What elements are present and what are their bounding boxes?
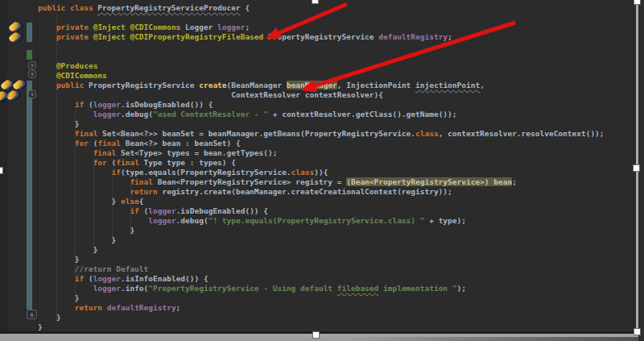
- code-token: PropertyRegistryServiceProducer: [97, 3, 240, 12]
- code-line: for (final Type type : types) {: [38, 158, 605, 168]
- selection-handle-left-middle[interactable]: [0, 167, 3, 174]
- code-token: class: [291, 168, 315, 177]
- code-token: }: [38, 293, 79, 302]
- code-token: {: [139, 197, 144, 206]
- code-line: ContextResolver contextResolver){: [38, 90, 605, 100]
- code-token: [38, 129, 75, 138]
- code-token: ;: [245, 23, 250, 31]
- code-token: [38, 81, 56, 89]
- code-token: Bean<PropertyRegistryService> registry =: [158, 177, 347, 186]
- code-line: [38, 13, 605, 23]
- code-token: [38, 216, 148, 225]
- code-token: return: [75, 303, 107, 312]
- code-token: [38, 61, 56, 70]
- selection-handle-top-center[interactable]: [312, 0, 319, 4]
- code-token: Logger: [185, 23, 217, 31]
- code-token: implementation ": [378, 284, 456, 293]
- code-line: @CDICommons: [38, 71, 605, 81]
- code-token: }: [38, 119, 79, 128]
- code-token: logger: [93, 100, 121, 109]
- code-token: defaultRegistry: [107, 303, 176, 312]
- code-token: [38, 206, 130, 215]
- selection-handle-top-right[interactable]: [634, 0, 641, 5]
- code-token: create: [199, 81, 226, 89]
- code-line: }: [38, 226, 605, 235]
- code-token: filebased: [337, 284, 378, 293]
- code-token: PropertyRegistryService: [268, 32, 378, 41]
- code-token: [38, 139, 75, 148]
- selection-handle-bottom-right[interactable]: [634, 328, 641, 335]
- code-token: @Produces: [56, 61, 97, 70]
- code-token: [38, 148, 93, 157]
- code-line: return registry.create(beanManager.creat…: [38, 187, 605, 197]
- code-line: if (logger.isDebugEnabled()) {: [38, 206, 605, 216]
- code-token: Set<Bean<?>> beanSet = beanManager.getBe…: [102, 129, 415, 138]
- code-token: {: [241, 3, 250, 12]
- code-token: //return Default: [75, 264, 149, 273]
- code-token: }: [38, 197, 121, 206]
- code-token: [38, 264, 75, 273]
- code-token: if: [112, 168, 121, 177]
- code-token: ;: [448, 32, 452, 41]
- code-token: @Inject @CDIPropertyRegistryFileBased: [93, 32, 268, 41]
- code-token: else: [121, 197, 139, 206]
- code-token: "! type.equals(PropertyRegistryService.c…: [208, 216, 425, 225]
- code-token: private: [56, 23, 93, 31]
- code-token: [38, 177, 130, 186]
- code-token: class: [415, 129, 439, 138]
- code-token: }: [38, 226, 134, 235]
- code-token: public class: [38, 3, 97, 12]
- code-token: + type);: [424, 216, 465, 225]
- vcs-added-bar: [27, 50, 32, 60]
- code-token: [38, 110, 93, 119]
- code-line: }: [38, 245, 605, 255]
- code-line: return defaultRegistry;: [38, 303, 605, 313]
- code-token: .isDebugEnabled()) {: [176, 206, 268, 215]
- code-token: .isDebugEnabled()) {: [121, 100, 213, 109]
- code-token: if: [130, 206, 143, 215]
- code-token: ContextResolver contextResolver){: [38, 90, 383, 99]
- code-token: , contextResolver.resolveContext());: [439, 129, 605, 138]
- code-token: (Bean<PropertyRegistryService>) bean: [346, 177, 512, 186]
- selection-handle-right-middle[interactable]: [633, 164, 640, 172]
- code-token: final: [116, 158, 143, 167]
- code-token: [38, 23, 56, 31]
- code-line: for (final Bean<?> bean : beanSet) {: [38, 139, 605, 148]
- selection-handle-bottom-center[interactable]: [312, 331, 320, 339]
- code-token: "PropertyRegistryService - Using default: [148, 284, 337, 293]
- chevron-down-icon[interactable]: ∨: [28, 70, 36, 78]
- code-token: }: [38, 235, 116, 244]
- code-token: for: [75, 139, 93, 148]
- code-token: [38, 303, 75, 312]
- code-line: }: [38, 255, 605, 264]
- code-line: }: [38, 235, 605, 245]
- code-token: ;: [512, 177, 517, 186]
- code-token: }: [38, 322, 43, 331]
- code-token: final: [75, 129, 102, 138]
- code-token: logger: [148, 216, 175, 225]
- code-token: public: [56, 81, 89, 89]
- code-token: [38, 71, 56, 80]
- code-token: [38, 187, 130, 196]
- code-token: .debug(: [121, 110, 153, 119]
- code-token: return: [130, 187, 162, 196]
- code-line: public class PropertyRegistryServiceProd…: [38, 3, 605, 13]
- code-token: .isInfoEnabled()) {: [121, 274, 208, 283]
- code-token: }: [38, 313, 61, 322]
- screenshot-canvas: { "app": { "description_label": "Java co…: [0, 0, 644, 341]
- code-token: @CDICommons: [56, 71, 107, 80]
- code-token: final: [130, 177, 157, 186]
- chevron-down-icon[interactable]: ∨: [28, 61, 36, 69]
- code-token: "used ContextResolver - ": [153, 110, 268, 119]
- code-token: [38, 100, 75, 109]
- code-token: injectionPoint: [415, 81, 480, 89]
- code-line: }: [38, 119, 605, 129]
- code-token: PropertyRegistryService: [89, 81, 199, 89]
- code-line: [38, 52, 605, 61]
- code-token: [38, 158, 93, 167]
- chevron-up-icon[interactable]: ∧: [27, 310, 37, 319]
- chevron-down-icon[interactable]: ∨: [28, 90, 36, 98]
- code-editor[interactable]: ∨ ∨ ∨ ∧ public class PropertyRegistrySer…: [0, 0, 636, 334]
- code-token: Set<Type> types = bean.getTypes();: [121, 148, 277, 157]
- code-token: [38, 168, 112, 177]
